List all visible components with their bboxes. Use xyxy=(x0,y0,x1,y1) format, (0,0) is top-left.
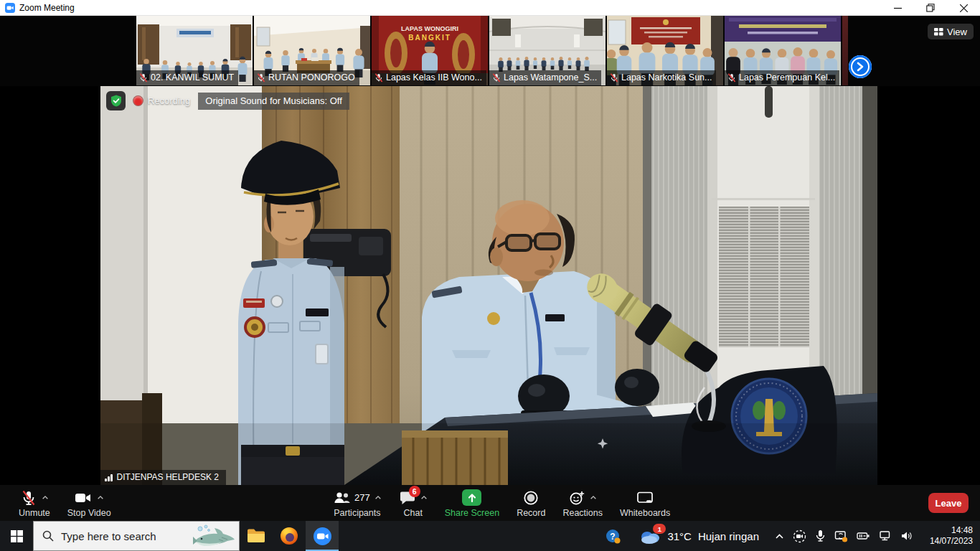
participant-name: Lapas Perempuan Kel... xyxy=(739,72,835,83)
chat-label: Chat xyxy=(404,508,423,518)
microphone-tray-icon[interactable] xyxy=(815,529,826,542)
close-button[interactable] xyxy=(947,0,980,16)
unmute-label: Unmute xyxy=(19,508,50,518)
muted-mic-icon xyxy=(492,73,501,83)
share-screen-label: Share Screen xyxy=(445,508,499,518)
windows-logo-icon xyxy=(11,530,23,542)
record-button[interactable]: Record xyxy=(508,485,554,521)
record-label: Record xyxy=(517,508,545,518)
video-camera-icon xyxy=(74,489,93,507)
participant-name: Lapas Watampone_S... xyxy=(504,72,597,83)
meeting-info-shield[interactable] xyxy=(106,91,126,110)
muted-mic-icon xyxy=(374,73,383,83)
stop-video-label: Stop Video xyxy=(67,508,111,518)
participant-thumbnail[interactable]: Lapas Watampone_S... xyxy=(489,16,606,85)
stop-video-button[interactable]: Stop Video xyxy=(59,485,120,521)
next-page-button[interactable] xyxy=(849,55,872,78)
taskbar-clock[interactable]: 14:48 14/07/2023 xyxy=(923,525,973,547)
chevron-right-icon xyxy=(856,62,864,72)
taskbar-apps xyxy=(240,521,339,551)
participants-button[interactable]: 277 Participants xyxy=(324,485,390,521)
start-button[interactable] xyxy=(0,521,33,551)
minimize-button[interactable] xyxy=(881,0,914,16)
participant-thumbnail[interactable]: 02. KANWIL SUMUT xyxy=(136,16,253,85)
recording-dot-icon xyxy=(133,96,143,105)
video-options-chevron[interactable] xyxy=(97,495,104,500)
recording-label: Recording xyxy=(148,95,190,106)
participant-thumbnail[interactable]: Lapas Narkotika Sun... xyxy=(607,16,723,85)
clock-time: 14:48 xyxy=(923,525,973,536)
svg-text:LAPAS WONOGIRI: LAPAS WONOGIRI xyxy=(401,25,458,32)
participant-name: Lapas Narkotika Sun... xyxy=(621,72,712,83)
participant-label: Lapas Narkotika Sun... xyxy=(607,70,716,85)
share-screen-icon xyxy=(462,489,481,506)
participant-label: RUTAN PONOROGO xyxy=(254,70,359,85)
shark-graphic xyxy=(190,524,237,550)
participant-name: Lapas Kelas IIB Wono... xyxy=(386,72,482,83)
system-tray: ? 1 31°C Hujan ringan xyxy=(606,521,980,551)
participants-chevron[interactable] xyxy=(374,495,382,500)
weather-temperature: 31°C xyxy=(667,530,692,542)
thumbnail-partial xyxy=(842,16,848,85)
reactions-button[interactable]: Reactions xyxy=(554,485,611,521)
unmute-options-chevron[interactable] xyxy=(42,495,49,500)
zoom-taskbar-icon[interactable] xyxy=(306,521,339,551)
participant-name: RUTAN PONOROGO xyxy=(268,72,355,83)
meeting-toolbar: Unmute Stop Video xyxy=(0,485,980,521)
network-icon[interactable] xyxy=(879,530,892,542)
chat-button[interactable]: 6 Chat xyxy=(390,485,436,521)
taskbar-search-input[interactable]: Type here to search xyxy=(33,521,240,551)
window-titlebar: Zoom Meeting xyxy=(0,0,980,16)
participant-label: Lapas Watampone_S... xyxy=(489,70,601,85)
participant-thumbnail[interactable]: LAPAS WONOGIRIBANGKIT Lapas Kelas IIB Wo… xyxy=(372,16,488,85)
active-speaker-video[interactable]: Recording Original Sound for Musicians: … xyxy=(100,86,877,485)
active-speaker-name-tag: DITJENPAS HELPDESK 2 xyxy=(100,470,226,485)
get-help-icon[interactable]: ? xyxy=(606,529,621,544)
participant-label: Lapas Perempuan Kel... xyxy=(725,70,839,85)
participant-thumbnail[interactable]: RUTAN PONOROGO xyxy=(254,16,370,85)
search-icon xyxy=(42,530,54,542)
audio-level-icon xyxy=(105,474,113,481)
participant-thumbnail[interactable]: Lapas Perempuan Kel... xyxy=(725,16,841,85)
recording-indicator[interactable]: Recording xyxy=(133,95,190,106)
window-title: Zoom Meeting xyxy=(19,3,75,13)
show-hidden-icons-chevron[interactable] xyxy=(775,533,784,540)
view-button-label: View xyxy=(947,27,967,37)
chat-chevron[interactable] xyxy=(420,495,428,500)
share-screen-button[interactable]: Share Screen xyxy=(436,485,508,521)
display-sync-icon[interactable] xyxy=(834,530,848,542)
main-stage: Recording Original Sound for Musicians: … xyxy=(0,86,980,485)
weather-widget[interactable]: 1 31°C Hujan ringan xyxy=(639,527,759,545)
original-sound-badge[interactable]: Original Sound for Musicians: Off xyxy=(198,93,349,110)
zoom-meeting-window: Zoom Meeting 02. KANWIL SU xyxy=(0,0,980,551)
view-button[interactable]: View xyxy=(928,24,974,39)
reactions-chevron[interactable] xyxy=(590,495,597,500)
participants-icon xyxy=(333,489,352,507)
shield-icon xyxy=(110,95,122,107)
volume-icon[interactable] xyxy=(900,530,914,542)
meet-now-icon[interactable] xyxy=(793,529,806,543)
firefox-icon[interactable] xyxy=(273,521,306,551)
svg-text:BANGKIT: BANGKIT xyxy=(408,34,451,42)
whiteboards-button[interactable]: Whiteboards xyxy=(611,485,679,521)
participants-count: 277 xyxy=(354,492,370,503)
muted-mic-icon xyxy=(727,73,736,83)
video-scene xyxy=(100,86,877,485)
participant-label: 02. KANWIL SUMUT xyxy=(136,70,238,85)
restore-button[interactable] xyxy=(914,0,947,16)
weather-cloud-icon: 1 xyxy=(639,527,661,545)
gallery-filmstrip: 02. KANWIL SUMUT RUTAN PONOROGO LAPAS WO… xyxy=(0,16,980,86)
participant-label: Lapas Kelas IIB Wono... xyxy=(372,70,486,85)
battery-icon[interactable] xyxy=(857,531,870,541)
muted-mic-icon xyxy=(139,73,148,83)
unmute-button[interactable]: Unmute xyxy=(10,485,59,521)
muted-mic-icon xyxy=(610,73,618,83)
leave-button[interactable]: Leave xyxy=(928,493,969,513)
active-speaker-name: DITJENPAS HELPDESK 2 xyxy=(117,472,220,482)
video-top-overlays: Recording Original Sound for Musicians: … xyxy=(106,91,349,110)
record-icon xyxy=(522,489,540,507)
grid-view-icon xyxy=(934,28,943,36)
clock-date: 14/07/2023 xyxy=(923,536,973,547)
participant-name: 02. KANWIL SUMUT xyxy=(151,72,234,83)
file-explorer-icon[interactable] xyxy=(240,521,273,551)
